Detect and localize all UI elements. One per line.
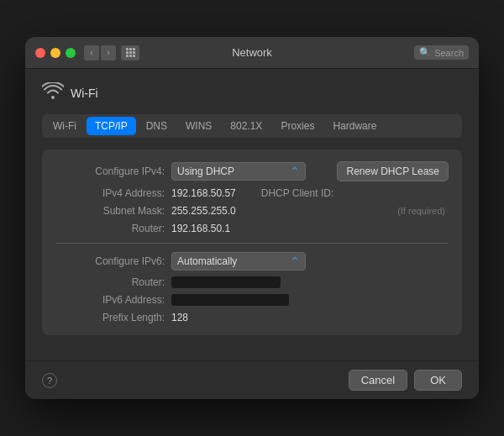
subnet-mask-label: Subnet Mask:: [55, 205, 165, 217]
renew-dhcp-button[interactable]: Renew DHCP Lease: [337, 161, 449, 181]
subnet-mask-value: 255.255.255.0: [171, 205, 236, 217]
router-label: Router:: [55, 223, 165, 234]
wifi-icon: [42, 82, 64, 104]
tab-bar: Wi-Fi TCP/IP DNS WINS 802.1X Proxies Har…: [42, 114, 462, 138]
prefix-length-row: Prefix Length: 128: [55, 312, 449, 323]
configure-ipv4-select[interactable]: Using DHCP ⌃: [171, 162, 306, 181]
nav-arrows: ‹ ›: [84, 45, 116, 60]
subnet-mask-row: Subnet Mask: 255.255.255.0 (If required): [55, 205, 449, 217]
router-value: 192.168.50.1: [171, 223, 230, 234]
configure-ipv4-label: Configure IPv4:: [55, 165, 165, 177]
network-window: ‹ › Network 🔍 Search: [25, 37, 479, 399]
configure-ipv6-value: Automatically: [177, 255, 237, 267]
ok-button[interactable]: OK: [414, 370, 462, 391]
tab-wifi[interactable]: Wi-Fi: [45, 117, 85, 135]
configure-ipv4-row: Configure IPv4: Using DHCP ⌃ Renew DHCP …: [55, 161, 449, 181]
router-ipv6-row: Router:: [55, 276, 449, 288]
search-placeholder: Search: [434, 48, 464, 58]
ipv6-address-label: IPv6 Address:: [55, 294, 165, 306]
router-ipv6-label: Router:: [55, 276, 165, 288]
router-row: Router: 192.168.50.1: [55, 223, 449, 234]
ipv4-address-label: IPv4 Address:: [55, 187, 165, 199]
wifi-section-label: Wi-Fi: [71, 87, 98, 100]
if-required-text: (If required): [397, 206, 445, 216]
form-panel: Configure IPv4: Using DHCP ⌃ Renew DHCP …: [42, 150, 462, 335]
traffic-lights: [35, 48, 76, 58]
search-icon: 🔍: [419, 47, 431, 58]
maximize-button[interactable]: [66, 48, 76, 58]
section-divider: [55, 243, 449, 244]
prefix-length-label: Prefix Length:: [55, 312, 165, 323]
window-title: Network: [232, 46, 272, 59]
configure-ipv6-select[interactable]: Automatically ⌃: [171, 252, 306, 271]
back-button[interactable]: ‹: [84, 45, 99, 60]
tab-8021x[interactable]: 802.1X: [222, 117, 270, 135]
content-area: Wi-Fi Wi-Fi TCP/IP DNS WINS 802.1X Proxi…: [25, 69, 479, 360]
configure-ipv6-row: Configure IPv6: Automatically ⌃: [55, 252, 449, 271]
dhcp-client-id-label: DHCP Client ID:: [261, 187, 333, 199]
tab-proxies[interactable]: Proxies: [272, 117, 323, 135]
minimize-button[interactable]: [50, 48, 60, 58]
ipv4-address-row: IPv4 Address: 192.168.50.57 DHCP Client …: [55, 187, 449, 199]
help-button[interactable]: ?: [42, 373, 57, 388]
forward-button[interactable]: ›: [101, 45, 116, 60]
tab-hardware[interactable]: Hardware: [324, 117, 385, 135]
configure-ipv6-label: Configure IPv6:: [55, 255, 165, 267]
tab-dns[interactable]: DNS: [138, 117, 176, 135]
ipv6-address-value: [171, 294, 289, 306]
grid-button[interactable]: [121, 45, 139, 60]
wifi-header: Wi-Fi: [42, 82, 462, 104]
tab-wins[interactable]: WINS: [177, 117, 220, 135]
footer: ? Cancel OK: [25, 360, 479, 399]
cancel-button[interactable]: Cancel: [349, 370, 407, 391]
chevron-down-icon-2: ⌃: [290, 255, 300, 268]
grid-icon: [126, 48, 135, 57]
chevron-down-icon: ⌃: [290, 165, 300, 178]
titlebar: ‹ › Network 🔍 Search: [25, 37, 479, 69]
close-button[interactable]: [35, 48, 45, 58]
tab-tcpip[interactable]: TCP/IP: [87, 117, 136, 135]
prefix-length-value: 128: [171, 312, 188, 323]
search-box[interactable]: 🔍 Search: [414, 45, 469, 60]
footer-buttons: Cancel OK: [349, 370, 462, 391]
configure-ipv4-value: Using DHCP: [177, 165, 234, 177]
ipv4-address-value: 192.168.50.57: [171, 187, 236, 199]
ipv6-address-row: IPv6 Address:: [55, 294, 449, 306]
router-ipv6-value: [171, 276, 281, 288]
